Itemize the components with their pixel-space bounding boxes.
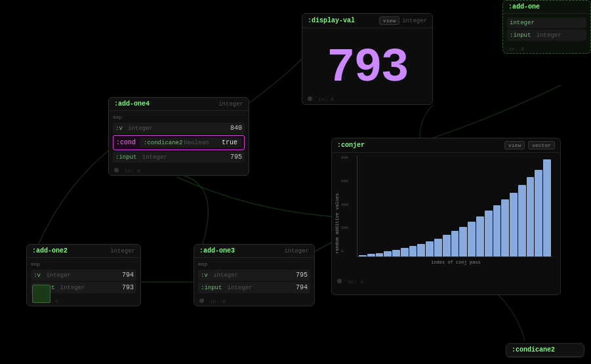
add-one2-map: map [31, 260, 136, 268]
add-one2-node: :add-one2 integer map :v integer 794 :in… [26, 244, 141, 306]
add-one4-input-type: integer [138, 154, 167, 161]
display-val-node: :display-val view integer 793 in: 0 [302, 13, 433, 105]
display-val-footer: in: 0 [302, 95, 432, 104]
add-one4-header: :add-one4 integer [109, 98, 249, 111]
chart-x-label: index of conj pass [357, 260, 555, 265]
add-one4-cond-label: :cond [116, 139, 136, 146]
add-one4-cond-row: :cond :condicane2boolean true [113, 135, 245, 150]
chart-bar [518, 185, 526, 256]
add-one4-input-label: :input [115, 154, 136, 161]
chart-bar [443, 235, 451, 256]
conjer-chart-area: random additive values 800 600 400 200 0… [332, 153, 560, 277]
display-val-type: integer [402, 18, 427, 24]
chart-bar [376, 253, 384, 256]
add-one3-map: map [198, 260, 310, 268]
add-one3-header: :add-one3 integer [194, 245, 314, 258]
add-one-tr-row-input: :input integer [507, 30, 586, 41]
chart-bar [359, 255, 367, 256]
add-one2-input-value: 793 [122, 284, 134, 291]
chart-bar [459, 227, 467, 256]
chart-bar [501, 199, 509, 256]
chart-bar [384, 251, 392, 256]
add-one3-node: :add-one3 integer map :v integer 795 :in… [194, 244, 315, 306]
add-one2-type: integer [110, 248, 135, 254]
add-one2-row-v: :v integer 794 [31, 270, 136, 281]
add-one4-node: :add-one4 integer map :v integer 840 :co… [108, 97, 249, 176]
condicane2-br-node: :condicane2 [506, 343, 584, 357]
chart-bar [409, 246, 417, 256]
view-badge[interactable]: view [379, 16, 399, 25]
add-one4-body: map :v integer 840 :cond :condicane2bool… [109, 111, 249, 167]
add-one4-cond-inner: :cond :condicane2boolean true [116, 138, 241, 148]
display-val-title: :display-val [308, 17, 355, 24]
chart-bar [367, 254, 375, 256]
chart-bar [451, 231, 459, 256]
add-one3-body: map :v integer 795 :input integer 794 [194, 258, 314, 297]
add-one4-v-value: 840 [230, 125, 242, 132]
add-one-tr-title: :add-one [508, 3, 540, 10]
add-one4-title: :add-one4 [114, 100, 150, 108]
chart-bar [485, 211, 493, 256]
display-val-number: 793 [302, 28, 432, 95]
add-one4-v-type: integer [125, 125, 153, 132]
add-one4-footer: in: 0 [109, 167, 249, 175]
add-one4-input-value: 795 [230, 153, 242, 161]
condicane2-br-title: :condicane2 [512, 346, 555, 354]
conjer-view-badge[interactable]: view [504, 141, 525, 150]
add-one4-map: map [113, 113, 245, 121]
add-one-tr-header: :add-one [503, 1, 590, 14]
add-one3-row-v: :v integer 795 [198, 270, 310, 281]
display-val-header: :display-val view integer [302, 14, 432, 28]
add-one3-row-input: :input integer 794 [198, 282, 310, 293]
chart-bar [392, 250, 400, 256]
conjer-title: :conjer [337, 142, 365, 149]
conjer-vector-badge: vector [528, 141, 555, 150]
chart-bar [426, 241, 434, 256]
add-one-tr-row1: integer [507, 18, 586, 28]
add-one2-title: :add-one2 [32, 247, 68, 254]
chart-bar [417, 244, 425, 256]
cond-value: true [222, 139, 237, 146]
chart-y-label: random additive values [335, 193, 340, 254]
chart-bar [468, 222, 476, 256]
add-one2-header: :add-one2 integer [27, 245, 140, 258]
add-one3-title: :add-one3 [199, 247, 235, 254]
chart-bar [434, 239, 442, 256]
add-one4-type: integer [218, 101, 243, 108]
add-one-tr-body: integer :input integer [503, 14, 590, 45]
add-one-tr-footer: in: 0 [503, 45, 590, 53]
add-one2-v-value: 794 [122, 272, 134, 279]
conjer-header: :conjer view vector [332, 138, 560, 153]
add-one3-input-value: 794 [296, 284, 308, 291]
add-one4-cond-box: :condicane2boolean true [140, 138, 241, 148]
add-one4-row-v: :v integer 840 [113, 123, 245, 134]
cond-inner-type: boolean [184, 140, 209, 146]
add-one3-footer: in: 0 [194, 297, 314, 306]
condicane2-br-header: :condicane2 [506, 344, 584, 357]
add-one4-row-input: :input integer 795 [113, 152, 245, 163]
chart-bar [535, 170, 542, 256]
chart-bar [527, 177, 535, 256]
chart-bar [401, 248, 409, 256]
add-one-tr-node: :add-one integer :input integer in: 0 [502, 0, 591, 54]
conjer-node: :conjer view vector random additive valu… [331, 138, 561, 295]
chart-bar [493, 205, 501, 256]
conjer-footer: in: 4 [332, 277, 560, 286]
chart-bar [510, 193, 518, 256]
add-one4-v-label: :v [115, 125, 123, 132]
chart-bar [543, 159, 551, 256]
chart-bars-container [357, 155, 552, 257]
chart-bar [476, 216, 484, 256]
add-one3-v-value: 795 [296, 272, 308, 279]
green-rect-indicator [32, 285, 51, 303]
cond-inner-label: :condicane2 [144, 140, 182, 146]
add-one3-type: integer [284, 248, 309, 254]
